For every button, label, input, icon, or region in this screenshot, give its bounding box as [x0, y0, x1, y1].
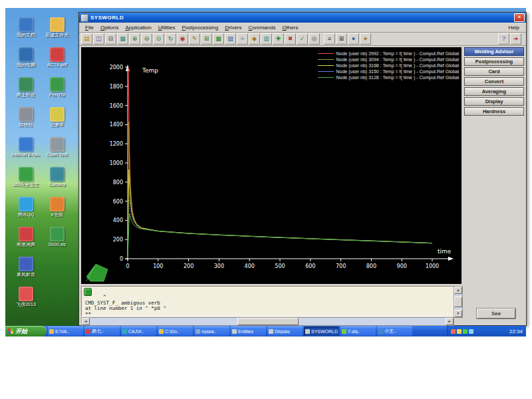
desktop-icon-my-documents[interactable]: 我的文档 — [11, 17, 41, 38]
desktop-icon-youdao[interactable]: 有道词典 — [11, 227, 41, 247]
taskbar-task-cdo-folder[interactable]: C:\Do.. — [158, 327, 193, 336]
console-vertical-scrollbar[interactable]: ▲ ▼ — [454, 286, 463, 318]
console-horizontal-scrollbar[interactable]: ◄ ► — [81, 317, 454, 326]
taskbar-task-yiqi[interactable]: 易七.. — [84, 327, 120, 336]
select-node-icon[interactable]: ◉ — [177, 33, 188, 45]
panel-button-convert[interactable]: Convert — [464, 77, 524, 86]
taskbar-task-cajviewer[interactable]: CAJVi.. — [121, 327, 156, 336]
taskbar-task-xiaowang[interactable]: 小王.. — [377, 327, 412, 336]
console-output[interactable]: ^ CMD_SYST_F_ ambigous verb at line numb… — [81, 286, 454, 317]
taskbar-task-display[interactable]: Display — [267, 327, 303, 336]
desktop-icon-network-places[interactable]: 网上邻居 — [11, 77, 41, 98]
desktop-icon-acta-pdf[interactable]: ACTA.pdf — [43, 47, 72, 68]
menu-postprocessing[interactable]: Postprocessing — [178, 25, 221, 31]
curves-icon[interactable]: ≈ — [237, 33, 248, 45]
mesh-icon[interactable]: ▩ — [213, 33, 224, 45]
desktop-icon-recycle-bin[interactable]: 回收站 — [11, 107, 41, 128]
print-icon[interactable]: ⊟ — [105, 33, 116, 45]
taskbar-task-nysea[interactable]: nysea.. — [194, 327, 229, 336]
desktop-icon-open-text[interactable]: Open Text — [43, 137, 72, 158]
titlebar[interactable]: SYSWORLD ✕ — [79, 13, 526, 23]
panel-button-hardness[interactable]: Hardness — [464, 107, 524, 116]
desktop-icon-label: Open Text — [43, 152, 72, 158]
contour-icon[interactable]: ▧ — [225, 33, 236, 45]
scroll-left-icon[interactable]: ◄ — [82, 318, 90, 325]
scroll-down-icon[interactable]: ▼ — [454, 310, 462, 317]
desktop-icon-my-computer[interactable]: 我的电脑 — [11, 47, 41, 68]
x-axis-label: time — [438, 248, 452, 255]
panel-button-averaging[interactable]: Averaging — [464, 87, 524, 96]
exit-icon[interactable]: ➜ — [510, 33, 521, 45]
grid-icon[interactable]: ⊞ — [201, 33, 212, 45]
menu-drivers[interactable]: Drivers — [221, 25, 245, 31]
zoom-in-icon[interactable]: ⊕ — [129, 33, 140, 45]
taskbar-task-eva-folder[interactable]: E:\VA.. — [48, 327, 83, 336]
seven-sty-icon — [342, 329, 346, 334]
settings-icon[interactable]: ▦ — [117, 33, 128, 45]
series-node-3150 — [128, 200, 432, 257]
scroll-right-icon[interactable]: ► — [446, 318, 454, 325]
table-icon[interactable]: ⊞ — [336, 33, 347, 45]
edit-icon[interactable]: ✎ — [189, 33, 200, 45]
save-icon[interactable]: ◫ — [93, 33, 104, 45]
antivirus-icon[interactable] — [463, 329, 467, 334]
desktop-icon-camera[interactable]: Camera — [43, 167, 72, 188]
tools-icon[interactable]: ★ — [360, 33, 371, 45]
add-icon[interactable]: ✚ — [273, 33, 284, 45]
series-node-2992 — [128, 67, 432, 257]
menu-utilities[interactable]: Utilities — [155, 25, 179, 31]
palette-icon[interactable]: ◆ — [249, 33, 260, 45]
menu-application[interactable]: Application — [122, 25, 155, 31]
start-button[interactable]: 开始 — [5, 326, 47, 336]
taskbar-task-entities[interactable]: Entities — [231, 327, 266, 336]
open-file-icon[interactable]: ▤ — [81, 33, 92, 45]
taskbar-task-seven-sty[interactable]: 7-sty.. — [340, 327, 376, 336]
rotate-icon[interactable]: ↻ — [165, 33, 176, 45]
desktop-icon-label: FengTa — [43, 92, 72, 98]
desktop-icon-fengta[interactable]: FengTa — [43, 77, 72, 98]
legend-label: Node (user nb) 3168 : Temp = f( time ) -… — [336, 63, 459, 68]
fit-view-icon[interactable]: ⊙ — [153, 33, 164, 45]
panel-button-display[interactable]: Display — [464, 97, 524, 106]
menu-commands[interactable]: Commands — [245, 25, 279, 31]
delete-icon[interactable]: ✖ — [285, 33, 296, 45]
desktop-icon-label: 回收站 — [11, 122, 41, 128]
close-icon[interactable]: ✕ — [514, 13, 525, 22]
menu-help[interactable]: Help — [505, 25, 523, 31]
desktop-icon-xls-0000[interactable]: 0000.xls — [43, 227, 72, 247]
vertical-scroll-thumb[interactable] — [454, 297, 462, 307]
desktop-icon-e-charge[interactable]: e充值 — [43, 197, 72, 217]
menu-others[interactable]: Others — [279, 25, 301, 31]
scroll-up-icon[interactable]: ▲ — [454, 287, 462, 294]
acta-pdf-icon — [50, 47, 65, 62]
help-cursor-icon[interactable]: ? — [498, 33, 509, 45]
menu-options[interactable]: Options — [97, 25, 122, 31]
desktop-icon-new-folder[interactable]: 新建文件夹 — [43, 17, 72, 38]
desktop-icon-internet-explorer[interactable]: Internet Explorer — [11, 137, 41, 158]
desktop-icon-fetion[interactable]: 飞信2013 — [11, 287, 41, 307]
see-button[interactable]: See — [477, 309, 515, 319]
desktop-icon-notepad[interactable]: 记事本 — [43, 107, 72, 128]
x-tick-label: 900 — [397, 263, 407, 269]
y-tick-label: 800 — [113, 180, 123, 186]
messenger-icon[interactable] — [451, 329, 456, 334]
snapshot-icon[interactable]: ◎ — [309, 33, 320, 45]
node-list-icon[interactable]: ≡ — [324, 33, 335, 45]
volume-icon[interactable] — [469, 329, 473, 334]
desktop-icon-qq[interactable]: 腾讯QQ — [11, 197, 41, 217]
desktop-icon-safe360[interactable]: 360安全卫士 — [11, 167, 41, 188]
info-icon[interactable]: ● — [348, 33, 359, 45]
zoom-out-icon[interactable]: ⊖ — [141, 33, 152, 45]
horizontal-scroll-thumb[interactable] — [237, 318, 299, 325]
layers-icon[interactable]: ▥ — [261, 33, 272, 45]
apply-icon[interactable]: ✓ — [297, 33, 308, 45]
panel-button-welding-advisor[interactable]: Welding Advisor — [464, 47, 524, 56]
taskbar-task-sysworld[interactable]: SYSWORLD — [304, 327, 339, 336]
desktop-icon-label: 网上邻居 — [11, 92, 41, 98]
desktop-icon-baofeng[interactable]: 暴风影音 — [11, 257, 41, 277]
network-status-icon[interactable] — [457, 329, 462, 334]
panel-button-card[interactable]: Card — [464, 67, 524, 76]
menu-file[interactable]: File — [82, 25, 97, 31]
chart-legend: Node (user nb) 2992 : Temp = f( time ) -… — [318, 51, 459, 80]
panel-button-postprocessing[interactable]: Postprocessing — [464, 57, 524, 66]
